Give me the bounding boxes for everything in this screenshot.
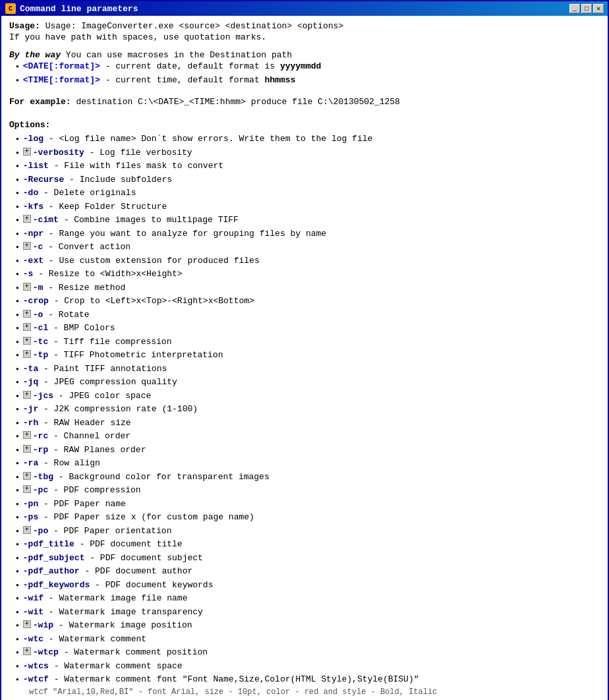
option-npr: ● -npr - Range you want to analyze for g…: [16, 227, 600, 241]
window-icon: C: [5, 3, 16, 14]
bullet-dot: ●: [16, 581, 19, 589]
option-ta-content: -ta - Paint TIFF annotations: [23, 363, 167, 376]
bullet-dot: ●: [16, 622, 19, 629]
close-button[interactable]: ✕: [593, 4, 604, 13]
option-pn-content: -pn - PDF Paper name: [23, 498, 126, 511]
option-wtcf-content: -wtcf - Watermark comment font "Font Nam…: [23, 673, 419, 686]
option-s: ● -s - Resize to <Width>x<Height>: [16, 268, 600, 281]
bullet-dot: ●: [16, 635, 19, 643]
option-jq-content: -jq - JPEG compression quality: [23, 376, 177, 389]
byway-section: By the way You can use macroses in the D…: [9, 50, 600, 86]
option-rh-content: -rh - RAW Header size: [23, 417, 131, 430]
bullet-dot: ●: [16, 473, 19, 481]
usage-section: Usage: Usage: ImageConverter.exe <source…: [9, 21, 600, 42]
expand-icon[interactable]: +: [23, 242, 31, 250]
expand-icon[interactable]: +: [23, 350, 31, 358]
option-tp: ● + -tp - TIFF Photometric interpretatio…: [16, 349, 600, 362]
option-pdf-subject: ● -pdf_subject - PDF document subject: [16, 552, 600, 565]
option-tbg: ● + -tbg - Background color for transpar…: [16, 471, 600, 484]
option-pdf-subject-content: -pdf_subject - PDF document subject: [23, 552, 203, 565]
bullet-dot: ●: [16, 243, 19, 251]
expand-icon[interactable]: +: [23, 526, 31, 534]
expand-icon[interactable]: +: [23, 215, 31, 223]
expand-icon[interactable]: +: [23, 310, 31, 318]
minimize-button[interactable]: _: [569, 4, 580, 13]
option-do: ● -do - Delete originals: [16, 187, 600, 200]
option-recurse: ● -Recurse - Include subfolders: [16, 173, 600, 187]
option-jr-content: -jr - J2K compression rate (1-100): [23, 403, 198, 416]
option-wtcf-sub: wtcf "Arial,10,Red,BI" - font Arial, siz…: [29, 686, 437, 698]
option-c: ● + -c - Convert action: [16, 241, 600, 254]
option-wtc: ● -wtc - Watermark comment: [16, 633, 600, 646]
title-bar: C Command line parameters _ □ ✕: [1, 1, 608, 16]
bullet-dot: ●: [16, 446, 19, 454]
expand-icon[interactable]: +: [23, 148, 31, 156]
option-pdf-title: ● -pdf_title - PDF document title: [16, 538, 600, 551]
option-rp: ● + -rp - RAW Planes order: [16, 444, 600, 457]
option-wtcf-row: ● -wtcf - Watermark comment font "Font N…: [16, 673, 419, 686]
option-wip-content: -wip - Watermark image position: [33, 619, 192, 632]
expand-icon[interactable]: +: [23, 647, 31, 655]
option-log: ● -log - <Log file name> Don`t show erro…: [16, 132, 600, 146]
options-header: Options:: [9, 120, 600, 130]
expand-icon[interactable]: +: [23, 485, 31, 493]
bullet-dot: ●: [16, 284, 19, 292]
bullet-dot: ●: [16, 338, 19, 346]
option-m: ● + -m - Resize method: [16, 281, 600, 295]
option-pdf-author: ● -pdf_author - PDF document author: [16, 565, 600, 578]
option-ta: ● -ta - Paint TIFF annotations: [16, 363, 600, 376]
option-pdf-keywords: ● -pdf_keywords - PDF document keywords: [16, 579, 600, 592]
expand-icon[interactable]: +: [23, 445, 31, 453]
option-kfs: ● -kfs - Keep Folder Structure: [16, 200, 600, 214]
option-wtcp: ● + -wtcp - Watermark comment position: [16, 646, 600, 659]
bullet-dot: ●: [16, 378, 19, 386]
time-desc: - current time, default format hhmmss: [105, 75, 296, 85]
option-ra-content: -ra - Row align: [23, 457, 100, 470]
option-crop-content: -crop - Crop to <Left>x<Top>-<Right>x<Bo…: [23, 295, 254, 308]
expand-icon[interactable]: +: [23, 323, 31, 331]
expand-icon[interactable]: +: [23, 283, 31, 291]
option-wtcs: ● -wtcs - Watermark comment space: [16, 660, 600, 673]
expand-icon[interactable]: +: [23, 431, 31, 439]
for-example-text: destination C:\<DATE>_<TIME:hhmm> produc…: [76, 97, 399, 107]
bullet-dot: ●: [16, 149, 19, 157]
option-wit-content: -wit - Watermark image transparency: [23, 606, 203, 619]
option-wtcp-content: -wtcp - Watermark comment position: [33, 646, 208, 659]
bullet-dot: ●: [16, 459, 19, 467]
bullet-dot: ●: [16, 419, 19, 427]
option-npr-content: -npr - Range you want to analyze for gro…: [23, 227, 326, 241]
option-wtcs-content: -wtcs - Watermark comment space: [23, 660, 183, 673]
option-cimt-content: -cimt - Combine images to multipage TIFF: [33, 214, 239, 227]
option-cimt: ● + -cimt - Combine images to multipage …: [16, 214, 600, 227]
option-jcs: ● + -jcs - JPEG color space: [16, 390, 600, 403]
option-ext-content: -ext - Use custom extension for produced…: [23, 254, 260, 268]
byway-time-content: <TIME[:format]> - current time, default …: [23, 74, 296, 87]
option-tbg-content: -tbg - Background color for transparent …: [33, 471, 270, 484]
option-tc: ● + -tc - Tiff file compression: [16, 335, 600, 349]
option-po-content: -po - PDF Paper orientation: [33, 525, 172, 538]
time-code: <TIME[:format]>: [23, 75, 100, 85]
option-rh: ● -rh - RAW Header size: [16, 417, 600, 430]
expand-icon[interactable]: +: [23, 620, 31, 628]
title-buttons: _ □ ✕: [569, 4, 604, 13]
maximize-button[interactable]: □: [581, 4, 592, 13]
bullet-dot: ●: [16, 162, 19, 170]
main-window: C Command line parameters _ □ ✕ Usage: U…: [0, 0, 609, 700]
expand-icon[interactable]: +: [23, 391, 31, 399]
bullet-dot: ●: [16, 63, 19, 71]
expand-icon[interactable]: +: [23, 472, 31, 480]
option-wtcf: ● -wtcf - Watermark comment font "Font N…: [16, 673, 600, 698]
bullet-dot: ●: [16, 540, 19, 548]
expand-icon[interactable]: +: [23, 337, 31, 345]
option-po: ● + -po - PDF Paper orientation: [16, 525, 600, 538]
usage-line1: Usage: Usage: ImageConverter.exe <source…: [9, 21, 600, 31]
bullet-dot: ●: [16, 568, 19, 575]
bullet-dot: ●: [16, 527, 19, 535]
option-wif: ● -wif - Watermark image file name: [16, 592, 600, 605]
usage-label: Usage:: [9, 21, 40, 31]
options-list: ● -log - <Log file name> Don`t show erro…: [16, 132, 600, 700]
bullet-dot: ●: [16, 203, 19, 211]
option-log-content: -log - <Log file name> Don`t show errors…: [23, 132, 373, 146]
option-pc: ● + -pc - PDF compression: [16, 484, 600, 497]
bullet-dot: ●: [16, 392, 19, 400]
